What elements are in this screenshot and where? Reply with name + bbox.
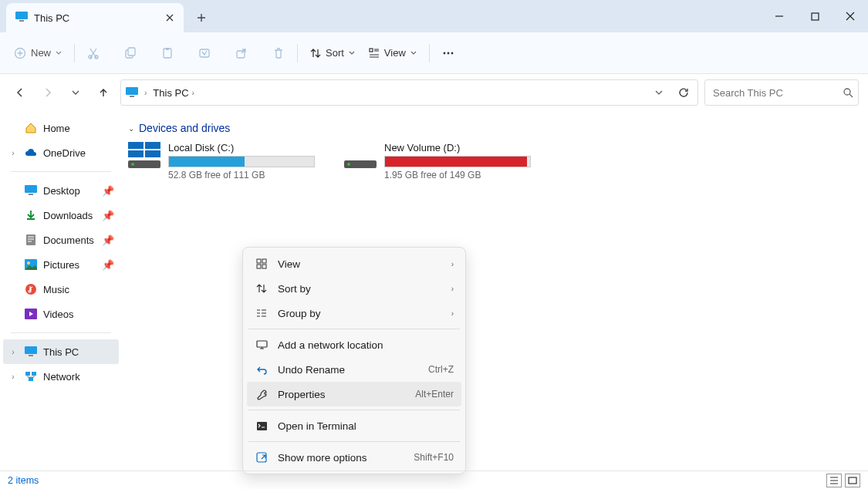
drive-name: New Volume (D:) [384,142,531,153]
ctx-groupby[interactable]: Group by › [247,301,461,325]
ctx-label: Properties [278,389,406,400]
sidebar-item-network[interactable]: › Network [3,364,119,389]
more-button[interactable] [436,39,461,67]
ctx-shortcut: Alt+Enter [415,389,454,400]
group-icon [255,306,269,320]
view-button[interactable]: View [363,39,423,67]
window-controls [762,0,868,32]
rename-button[interactable] [192,39,217,67]
ctx-show-more[interactable]: Show more options Shift+F10 [247,445,461,470]
drive-free-text: 1.95 GB free of 149 GB [384,170,531,180]
titlebar: This PC [0,0,868,32]
sidebar-item-documents[interactable]: Documents 📌 [3,228,119,252]
svg-rect-20 [29,194,33,195]
maximize-button[interactable] [797,0,833,32]
ctx-add-network[interactable]: Add a network location [247,332,461,357]
sidebar-item-desktop[interactable]: Desktop 📌 [3,178,119,203]
chevron-right-icon[interactable]: › [8,348,19,356]
svg-point-23 [27,261,30,265]
search-input[interactable] [713,87,843,99]
toolbar: New Sort View [0,32,868,74]
view-mode-icons [826,474,860,487]
sidebar-item-label: Videos [43,309,74,320]
close-tab-button[interactable] [162,10,177,25]
svg-rect-42 [262,265,266,268]
svg-rect-31 [128,142,144,149]
separator [429,44,430,62]
svg-rect-29 [32,372,36,376]
breadcrumb[interactable]: This PC › [153,87,643,99]
minimize-button[interactable] [762,0,797,32]
share-button[interactable] [229,39,254,67]
ctx-undo[interactable]: Undo Rename Ctrl+Z [247,357,461,382]
refresh-button[interactable] [674,87,693,98]
ctx-open-terminal[interactable]: Open in Terminal [247,413,461,438]
drive-item[interactable]: Local Disk (C:)52.8 GB free of 111 GB [128,142,321,180]
svg-point-36 [131,163,134,166]
copy-button[interactable] [118,39,143,67]
breadcrumb-location[interactable]: This PC [153,87,188,99]
address-bar[interactable]: › This PC › [120,79,698,106]
content-area[interactable]: ⌄ Devices and drives Local Disk (C:)52.8… [122,111,868,470]
address-dropdown-button[interactable] [650,89,668,96]
svg-rect-26 [25,346,37,354]
drive-free-text: 52.8 GB free of 111 GB [168,170,315,180]
sidebar-item-label: Downloads [43,210,93,221]
chevron-right-icon[interactable]: › [8,373,19,381]
sidebar-item-label: Desktop [43,185,80,197]
sidebar-item-home[interactable]: Home [3,116,119,140]
chevron-right-icon: › [451,285,454,293]
monitor-icon [15,12,28,24]
music-icon [25,283,37,295]
network-location-icon [255,338,269,352]
pin-icon: 📌 [102,234,114,246]
chevron-down-icon: ⌄ [128,124,134,133]
sidebar-item-downloads[interactable]: Downloads 📌 [3,203,119,228]
tab-title: This PC [34,12,69,24]
download-icon [25,209,37,221]
back-button[interactable] [9,82,31,103]
drive-icon [128,142,160,170]
ctx-properties[interactable]: Properties Alt+Enter [247,382,461,406]
desktop-icon [25,184,37,197]
svg-rect-7 [128,48,135,56]
svg-rect-30 [29,377,33,381]
sort-button[interactable]: Sort [304,39,361,67]
drives-list: Local Disk (C:)52.8 GB free of 111 GBNew… [128,142,862,180]
ctx-view[interactable]: View › [247,251,461,276]
monitor-icon [126,87,138,98]
sidebar-item-thispc[interactable]: › This PC [3,339,119,364]
ctx-sortby[interactable]: Sort by › [247,276,461,301]
context-menu: View › Sort by › Group by › Add a networ… [242,247,466,474]
tab-thispc[interactable]: This PC [6,3,184,32]
pin-icon: 📌 [102,185,114,197]
close-window-button[interactable] [833,0,868,32]
new-button[interactable]: New [8,39,68,67]
cut-button[interactable] [81,39,106,67]
svg-rect-10 [200,49,209,57]
drive-usage-bar [384,156,531,167]
drive-item[interactable]: New Volume (D:)1.95 GB free of 149 GB [344,142,537,180]
search-box[interactable] [704,79,859,106]
sidebar-item-pictures[interactable]: Pictures 📌 [3,252,119,277]
paste-button[interactable] [155,39,180,67]
up-button[interactable] [93,82,114,103]
svg-point-14 [447,52,449,54]
svg-rect-2 [812,13,819,20]
details-view-button[interactable] [826,474,842,487]
svg-rect-41 [257,265,261,268]
separator [11,171,111,172]
network-icon [25,370,37,383]
sidebar-item-videos[interactable]: Videos [3,302,119,326]
group-header-devices[interactable]: ⌄ Devices and drives [128,122,862,134]
sidebar-item-onedrive[interactable]: › OneDrive [3,140,119,165]
chevron-right-icon[interactable]: › [8,149,19,157]
new-tab-button[interactable] [188,5,214,31]
recent-button[interactable] [65,82,86,103]
sidebar-item-music[interactable]: Music [3,277,119,302]
statusbar: 2 items [0,470,868,489]
delete-button[interactable] [266,39,291,67]
forward-button[interactable] [37,82,59,103]
tiles-view-button[interactable] [845,474,860,487]
sidebar-item-label: This PC [43,346,79,358]
